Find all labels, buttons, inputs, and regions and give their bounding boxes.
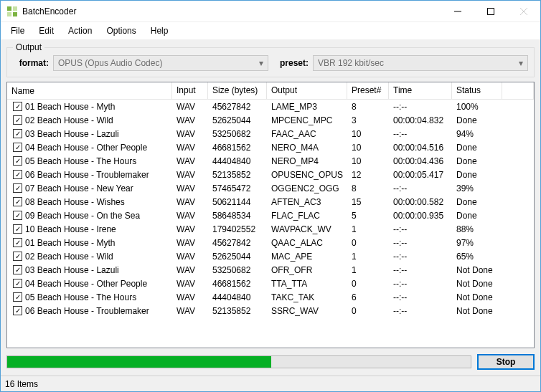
row-preset: 0 (347, 238, 389, 248)
table-row[interactable]: ✓05 Beach House - The HoursWAV44404840NE… (7, 154, 534, 168)
stop-button[interactable]: Stop (477, 354, 535, 370)
row-checkbox[interactable]: ✓ (13, 265, 22, 274)
row-output: AFTEN_AC3 (267, 197, 347, 207)
col-size[interactable]: Size (bytes) (208, 82, 267, 99)
row-status: Not Done (452, 265, 502, 275)
row-checkbox[interactable]: ✓ (13, 170, 22, 179)
menu-help[interactable]: Help (145, 24, 174, 38)
row-status: 97% (452, 238, 502, 248)
menu-options[interactable]: Options (100, 24, 141, 38)
col-preset[interactable]: Preset# (347, 82, 389, 99)
row-name: 05 Beach House - The Hours (25, 156, 136, 166)
preset-dropdown[interactable]: VBR 192 kbit/sec ▾ (313, 55, 528, 71)
row-status: Done (452, 115, 502, 125)
row-size: 53250682 (208, 265, 267, 275)
list-body[interactable]: ✓01 Beach House - MythWAV45627842LAME_MP… (7, 100, 534, 348)
app-window: BatchEncoder File Edit Action Options He… (0, 0, 541, 392)
format-dropdown[interactable]: OPUS (Opus Audio Codec) ▾ (53, 55, 268, 71)
row-size: 57465472 (208, 183, 267, 193)
row-checkbox[interactable]: ✓ (13, 292, 22, 302)
row-checkbox[interactable]: ✓ (13, 279, 22, 288)
table-row[interactable]: ✓06 Beach House - TroublemakerWAV5213585… (7, 304, 534, 317)
row-output: TTA_TTA (267, 279, 347, 289)
row-checkbox[interactable]: ✓ (13, 183, 22, 193)
col-status[interactable]: Status (452, 82, 502, 99)
table-row[interactable]: ✓02 Beach House - WildWAV52625044MPCENC_… (7, 113, 534, 127)
file-list[interactable]: Name Input Size (bytes) Output Preset# T… (6, 82, 535, 348)
table-row[interactable]: ✓04 Beach House - Other PeopleWAV4668156… (7, 140, 534, 154)
client-area: Output format: OPUS (Opus Audio Codec) ▾… (1, 39, 540, 376)
row-preset: 10 (347, 156, 389, 166)
col-output[interactable]: Output (267, 82, 347, 99)
col-input[interactable]: Input (172, 82, 208, 99)
row-output: OGGENC2_OGG (267, 183, 347, 193)
row-input: WAV (172, 143, 208, 153)
row-size: 46681562 (208, 143, 267, 153)
menu-bar: File Edit Action Options Help (1, 22, 540, 39)
table-row[interactable]: ✓06 Beach House - TroublemakerWAV5213585… (7, 168, 534, 181)
table-row[interactable]: ✓08 Beach House - WishesWAV50621144AFTEN… (7, 195, 534, 209)
table-row[interactable]: ✓03 Beach House - LazuliWAV53250682FAAC_… (7, 127, 534, 140)
table-row[interactable]: ✓07 Beach House - New YearWAV57465472OGG… (7, 181, 534, 195)
row-status: Done (452, 211, 502, 221)
row-time: --:-- (389, 129, 452, 139)
row-checkbox[interactable]: ✓ (13, 143, 22, 152)
table-row[interactable]: ✓01 Beach House - MythWAV45627842QAAC_AL… (7, 236, 534, 249)
titlebar[interactable]: BatchEncoder (1, 1, 540, 22)
row-time: --:-- (389, 224, 452, 234)
menu-edit[interactable]: Edit (33, 24, 60, 38)
table-row[interactable]: ✓02 Beach House - WildWAV52625044MAC_APE… (7, 249, 534, 263)
row-preset: 0 (347, 306, 389, 316)
minimize-button[interactable] (441, 1, 474, 22)
row-checkbox[interactable]: ✓ (13, 306, 22, 315)
row-time: --:-- (389, 183, 452, 193)
row-input: WAV (172, 279, 208, 289)
row-time: --:-- (389, 292, 452, 302)
row-time: --:-- (389, 252, 452, 262)
row-checkbox[interactable]: ✓ (13, 102, 22, 111)
row-size: 45627842 (208, 238, 267, 248)
row-time: --:-- (389, 279, 452, 289)
row-size: 44404840 (208, 156, 267, 166)
menu-action[interactable]: Action (62, 24, 98, 38)
row-checkbox[interactable]: ✓ (13, 224, 22, 234)
col-spacer (502, 82, 534, 99)
row-preset: 12 (347, 170, 389, 180)
row-name: 02 Beach House - Wild (25, 252, 113, 262)
format-value: OPUS (Opus Audio Codec) (58, 58, 162, 68)
row-size: 44404840 (208, 292, 267, 302)
row-checkbox[interactable]: ✓ (13, 211, 22, 220)
col-time[interactable]: Time (389, 82, 452, 99)
row-preset: 1 (347, 252, 389, 262)
row-checkbox[interactable]: ✓ (13, 115, 22, 125)
close-button[interactable] (507, 1, 540, 22)
table-row[interactable]: ✓04 Beach House - Other PeopleWAV4668156… (7, 277, 534, 290)
menu-file[interactable]: File (5, 24, 30, 38)
table-row[interactable]: ✓05 Beach House - The HoursWAV44404840TA… (7, 290, 534, 304)
table-row[interactable]: ✓03 Beach House - LazuliWAV53250682OFR_O… (7, 263, 534, 277)
row-checkbox[interactable]: ✓ (13, 156, 22, 166)
row-input: WAV (172, 211, 208, 221)
row-time: 00:00:04.516 (389, 143, 452, 153)
row-input: WAV (172, 183, 208, 193)
row-checkbox[interactable]: ✓ (13, 252, 22, 261)
row-size: 50621144 (208, 197, 267, 207)
chevron-down-icon: ▾ (259, 58, 263, 68)
row-name: 03 Beach House - Lazuli (25, 129, 119, 139)
app-icon (6, 6, 18, 17)
row-name: 05 Beach House - The Hours (25, 292, 136, 302)
row-checkbox[interactable]: ✓ (13, 129, 22, 138)
row-preset: 3 (347, 115, 389, 125)
table-row[interactable]: ✓01 Beach House - MythWAV45627842LAME_MP… (7, 100, 534, 113)
row-input: WAV (172, 197, 208, 207)
table-row[interactable]: ✓10 Beach House - IreneWAV179402552WAVPA… (7, 222, 534, 236)
row-preset: 5 (347, 211, 389, 221)
maximize-button[interactable] (474, 1, 507, 22)
row-checkbox[interactable]: ✓ (13, 197, 22, 206)
row-status: Done (452, 170, 502, 180)
table-row[interactable]: ✓09 Beach House - On the SeaWAV58648534F… (7, 209, 534, 222)
row-input: WAV (172, 170, 208, 180)
col-name[interactable]: Name (7, 82, 172, 99)
window-title: BatchEncoder (22, 6, 76, 16)
row-checkbox[interactable]: ✓ (13, 238, 22, 247)
